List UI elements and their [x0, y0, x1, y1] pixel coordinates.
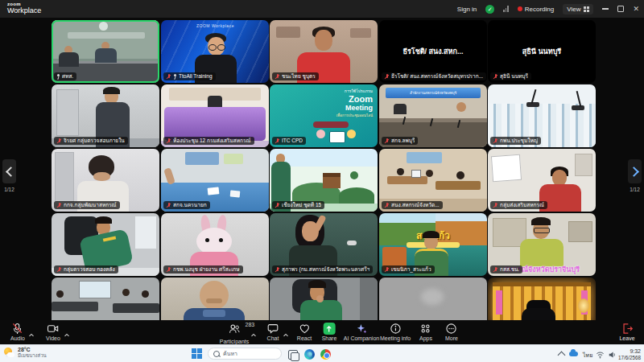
video-tile-r5c4[interactable]: ลข.7: [379, 278, 487, 320]
meeting-info-button[interactable]: Meeting info: [380, 323, 411, 341]
video-tile-r3c4[interactable]: สนง.สหกรณ์จังหวัด...: [379, 149, 487, 212]
person-head: [56, 290, 64, 298]
participant-name: ศทส.: [62, 73, 73, 80]
onedrive-icon[interactable]: [569, 352, 578, 356]
video-menu-caret[interactable]: [64, 326, 70, 340]
audio-label: Audio: [10, 335, 25, 341]
audio-menu-caret[interactable]: [29, 326, 35, 340]
apps-icon: [420, 323, 432, 335]
wall-sign: [68, 32, 145, 39]
pin-icon: [173, 74, 177, 80]
video-tile-r4c2[interactable]: กชพ.นงนุช ฝ่ายงาน ศรีสะเกษ: [161, 213, 269, 276]
taskbar-search[interactable]: ค้นหา: [208, 348, 282, 360]
poster-title-thai: การใช้โปรแกรม: [345, 88, 373, 93]
video-tile-r2c2[interactable]: ห้องประชุม 12 กรมส่งเสริมสหกรณ์: [161, 84, 269, 147]
chat-menu-caret[interactable]: [283, 326, 289, 340]
tray-overflow-chevron[interactable]: [558, 352, 566, 360]
participant-name: กลุ่มส่งเสริมสหกรณ์: [500, 202, 544, 208]
audio-button[interactable]: Audio: [10, 323, 25, 341]
window-light: [135, 216, 156, 249]
wifi-icon[interactable]: [596, 351, 605, 359]
video-tile-r5c2[interactable]: ดาวรุ่ง ฝ่ายบริหาร กกจ. นครพนม: [161, 278, 269, 320]
language-indicator[interactable]: ไทย: [583, 351, 592, 360]
wall-poster: [185, 152, 219, 165]
video-tile-r1c2[interactable]: ZOOM Workplace TtoAll Training: [161, 20, 269, 83]
person-hair: [308, 280, 326, 288]
muted-mic-icon: [493, 138, 498, 144]
next-page-button[interactable]: [628, 159, 642, 183]
video-button[interactable]: Video: [46, 323, 60, 341]
close-button[interactable]: ✕: [633, 6, 639, 13]
video-tile-r1c1[interactable]: ศทส.: [52, 20, 159, 83]
cartoon-person: [347, 130, 356, 138]
video-tile-r4c3[interactable]: สุภาพร (กม.สหกรณ์จังหวัดพระนครศรีฯ: [270, 213, 378, 276]
person-face: [93, 172, 110, 181]
speaker-icon[interactable]: [608, 351, 617, 359]
participant-name: สกจ.ลพบุรี: [391, 138, 415, 144]
video-tile-r4c1[interactable]: กลุ่มตรวจสอบ กองคลัง: [52, 213, 159, 276]
shelf: [360, 278, 378, 320]
video-tile-r1c3[interactable]: ชนะไทย ชูบุตร: [270, 20, 378, 83]
participant-name-tag: เชียงใหม่ ชุดที่ 15: [272, 201, 324, 209]
participant-name: ธีรโชติ/ สนง.สหกรณ์จังหวัดสมุทรปราก...: [391, 73, 483, 80]
person-head: [552, 170, 567, 186]
video-tile-r5c5[interactable]: กบส.ปราจีนบุรี: [488, 278, 596, 320]
participant-name: กพน.ประชุมใหญ่: [500, 138, 538, 144]
video-tile-r5c1[interactable]: อุบลราชธานี: [52, 278, 159, 320]
video-tile-r4c5[interactable]: สหกรณ์จังหวัดปราจีนบุรี กสส.ชน.: [488, 213, 596, 276]
start-button[interactable]: [192, 348, 202, 359]
participant-name-tag: กพน.ประชุมใหญ่: [490, 137, 541, 145]
video-tile-r3c1[interactable]: กกจ.กลุ่มพัฒนาสหกรณ์: [52, 149, 159, 212]
apps-button[interactable]: Apps: [419, 323, 432, 341]
minimize-button[interactable]: [602, 8, 609, 10]
share-button[interactable]: Share: [322, 323, 337, 341]
prev-page-button[interactable]: [2, 159, 16, 183]
weather-widget[interactable]: 28°C มีเมฆบางส่วน: [4, 347, 47, 358]
video-tile-r3c2[interactable]: สกจ.นครนายก: [161, 149, 269, 212]
tray-time: 9:32: [630, 348, 641, 354]
ai-companion-icon: [355, 323, 367, 335]
video-tile-r3c3[interactable]: เชียงใหม่ ชุดที่ 15: [270, 149, 378, 212]
background-blur: [276, 27, 300, 38]
chat-button[interactable]: Chat: [267, 323, 279, 341]
edge-browser-icon[interactable]: [304, 349, 315, 360]
sign-in-button[interactable]: Sign in: [457, 6, 477, 13]
mic-base: [572, 105, 584, 110]
video-tile-r3c5[interactable]: กลุ่มส่งเสริมสหกรณ์: [488, 149, 596, 212]
video-tile-r2c1[interactable]: จิรยศ กลุ่มตรวจสอบภายใน: [52, 84, 159, 147]
video-tile-r1c5[interactable]: สุธินี นนทบุรี สุธินี นนทบุรี: [488, 20, 596, 83]
participants-menu-caret[interactable]: [251, 326, 257, 340]
participant-name: กสส.ชน.: [500, 266, 519, 273]
view-button[interactable]: View: [563, 4, 593, 14]
desk-row: [113, 303, 159, 313]
wood-desk: [387, 176, 427, 184]
purple-draped-table: [164, 107, 266, 141]
encryption-shield-icon[interactable]: ✓: [485, 5, 494, 14]
muted-mic-icon: [493, 202, 498, 208]
poster-title-meeting: Meeting: [345, 104, 373, 112]
video-tile-r2c3[interactable]: การใช้โปรแกรม Zoom Meeting เพื่อการประชุ…: [270, 84, 378, 147]
person-figure: [95, 48, 117, 63]
more-button[interactable]: More: [445, 323, 458, 341]
video-tile-r2c4[interactable]: สำนักงานสหกรณ์จังหวัดลพบุรี สกจ.ลพบุรี: [379, 84, 487, 147]
wall-poster: [224, 154, 243, 164]
ai-companion-label: AI Companion: [344, 335, 379, 341]
info-icon: [389, 323, 401, 335]
chrome-browser-icon[interactable]: [320, 349, 331, 360]
video-tile-r4c4[interactable]: สระแก้ว เขมนิภา_สระแก้ว: [379, 213, 487, 276]
chat-label: Chat: [267, 335, 279, 341]
video-tile-r2c5[interactable]: กพน.ประชุมใหญ่: [488, 84, 596, 147]
video-tile-r5c3[interactable]: อัญญิกา นครพนม: [270, 278, 378, 320]
leave-button[interactable]: Leave: [619, 323, 634, 341]
task-view-button[interactable]: [288, 350, 298, 360]
share-label: Share: [322, 335, 337, 341]
taskbar-clock[interactable]: 9:32 17/6/2568: [618, 348, 641, 360]
video-tile-r1c4[interactable]: ธีรโชติ/ สนง.สหก... ธีรโชติ/ สนง.สหกรณ์จ…: [379, 20, 487, 83]
maximize-button[interactable]: [617, 6, 624, 12]
person-head: [456, 171, 464, 179]
react-button[interactable]: React: [297, 323, 312, 341]
ai-companion-button[interactable]: AI Companion: [344, 323, 379, 341]
participants-button[interactable]: 283 Participants: [220, 323, 250, 344]
rabbit-eye: [219, 238, 223, 242]
person-hand: [316, 295, 324, 302]
